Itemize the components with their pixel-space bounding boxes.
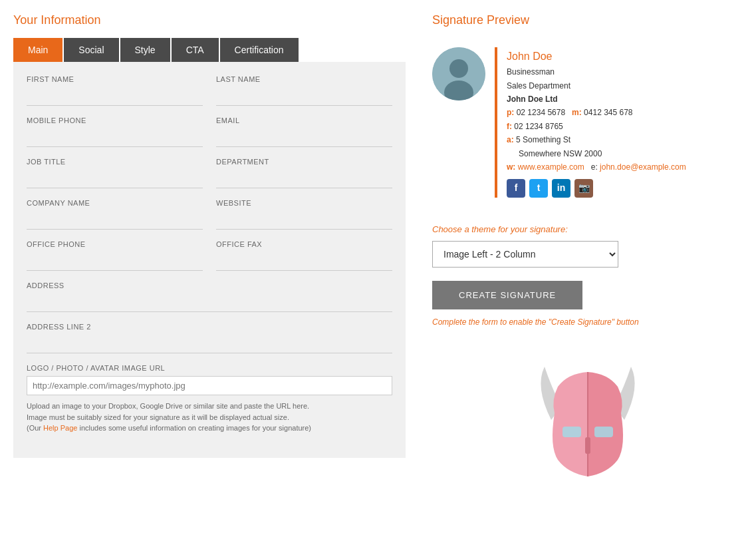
department-label: DEPARTMENT [216, 158, 392, 166]
mobile-phone-input[interactable] [27, 128, 203, 147]
avatar-svg [432, 47, 485, 100]
svg-point-1 [449, 59, 468, 78]
sig-address-line1: a: 5 Something St [507, 133, 686, 146]
sig-address1: 5 Something St [516, 135, 570, 144]
row-job-dept: JOB TITLE DEPARTMENT [27, 158, 392, 188]
sig-mobile: 0412 345 678 [584, 108, 632, 117]
sig-department: Sales Department [507, 79, 686, 92]
email-label: e [591, 162, 596, 172]
row-phone-fax: OFFICE PHONE OFFICE FAX [27, 240, 392, 271]
instagram-icon[interactable]: 📷 [574, 179, 593, 198]
group-first-name: FIRST NAME [27, 75, 203, 106]
last-name-label: LAST NAME [216, 75, 392, 83]
group-last-name: LAST NAME [216, 75, 392, 106]
row-address: ADDRESS [27, 281, 392, 312]
address-label: a: [507, 135, 514, 144]
group-mobile-phone: MOBILE PHONE [27, 116, 203, 147]
tab-style[interactable]: Style [120, 38, 170, 62]
address2-label: ADDRESS LINE 2 [27, 323, 392, 331]
office-fax-label: OFFICE FAX [216, 240, 392, 248]
linkedin-icon[interactable]: in [552, 179, 570, 198]
website-label: w: [507, 162, 515, 172]
svg-rect-5 [594, 427, 613, 437]
signature-preview: John Doe Businessman Sales Department Jo… [432, 41, 743, 204]
twitter-icon[interactable]: t [529, 179, 548, 198]
group-office-phone: OFFICE PHONE [27, 240, 203, 271]
logo-input[interactable] [27, 376, 392, 395]
address2-input[interactable] [27, 335, 392, 353]
first-name-input[interactable] [27, 87, 203, 106]
sig-fax: 02 1234 8765 [514, 122, 563, 131]
mobile-label: m: [572, 108, 582, 117]
row-name: FIRST NAME LAST NAME [27, 75, 392, 106]
row-company-website: COMPANY NAME WEBSITE [27, 199, 392, 230]
sig-company: John Doe Ltd [507, 92, 686, 106]
sig-website[interactable]: www.example.com [518, 162, 584, 172]
sig-phone-line: p: 02 1234 5678 m: 0412 345 678 [507, 106, 686, 119]
website-input[interactable] [216, 211, 392, 230]
theme-select[interactable]: Image Left - 2 Column Image Right - 2 Co… [432, 241, 618, 268]
logo-label: LOGO / PHOTO / AVATAR IMAGE URL [27, 364, 392, 372]
office-phone-label: OFFICE PHONE [27, 240, 203, 248]
sig-web-email-line: w: www.example.com e: john.doe@example.c… [507, 160, 686, 174]
sig-info: John Doe Businessman Sales Department Jo… [507, 47, 686, 198]
sig-email[interactable]: john.doe@example.com [600, 162, 686, 172]
hint-pre: (Our [27, 424, 43, 432]
sig-title: Businessman [507, 65, 686, 79]
theme-label: Choose a theme for your signature: [432, 224, 743, 234]
address-label: ADDRESS [27, 281, 392, 289]
facebook-icon[interactable]: f [507, 179, 525, 198]
tabs-container: Main Social Style CTA Certification [13, 38, 406, 62]
svg-rect-6 [585, 437, 590, 454]
group-address2: ADDRESS LINE 2 [27, 323, 392, 353]
sig-phone: 02 1234 5678 [517, 108, 565, 117]
helmet-svg [515, 347, 661, 493]
job-title-label: JOB TITLE [27, 158, 203, 166]
tab-main[interactable]: Main [13, 38, 63, 62]
social-icons: f t in 📷 [507, 179, 686, 198]
logo-hint: Upload an image to your Dropbox, Google … [27, 401, 392, 434]
form-note: Complete the form to enable the "Create … [432, 317, 743, 327]
hint-post: includes some useful information on crea… [77, 424, 311, 432]
fax-label: f: [507, 122, 512, 131]
sig-name: John Doe [507, 47, 686, 65]
group-office-fax: OFFICE FAX [216, 240, 392, 271]
hint-line1: Upload an image to your Dropbox, Google … [27, 402, 309, 410]
phone-label: p: [507, 108, 514, 117]
email-input[interactable] [216, 128, 392, 147]
mobile-phone-label: MOBILE PHONE [27, 116, 203, 124]
job-title-input[interactable] [27, 170, 203, 188]
row-logo: LOGO / PHOTO / AVATAR IMAGE URL Upload a… [27, 364, 392, 434]
svg-rect-4 [563, 427, 581, 437]
sig-address-line2: Somewhere NSW 2000 [507, 147, 686, 160]
left-section-title: Your Information [13, 13, 406, 27]
left-panel: Your Information Main Social Style CTA C… [13, 13, 406, 542]
sig-fax-line: f: 02 1234 8765 [507, 120, 686, 133]
tab-social[interactable]: Social [64, 38, 118, 62]
group-logo: LOGO / PHOTO / AVATAR IMAGE URL Upload a… [27, 364, 392, 434]
right-panel: Signature Preview John Doe Businessman S… [419, 13, 743, 542]
address-input[interactable] [27, 293, 392, 312]
help-page-link[interactable]: Help Page [43, 424, 77, 432]
office-phone-input[interactable] [27, 252, 203, 271]
company-name-input[interactable] [27, 211, 203, 230]
form-container: FIRST NAME LAST NAME MOBILE PHONE EMAIL [13, 62, 406, 458]
first-name-label: FIRST NAME [27, 75, 203, 83]
row-address2: ADDRESS LINE 2 [27, 323, 392, 353]
group-department: DEPARTMENT [216, 158, 392, 188]
department-input[interactable] [216, 170, 392, 188]
website-label: WEBSITE [216, 199, 392, 207]
group-job-title: JOB TITLE [27, 158, 203, 188]
group-address: ADDRESS [27, 281, 392, 312]
orange-bar [495, 47, 497, 198]
tab-certification[interactable]: Certification [220, 38, 299, 62]
create-signature-button[interactable]: CREATE SIGNATURE [432, 281, 582, 309]
group-company-name: COMPANY NAME [27, 199, 203, 230]
tab-cta[interactable]: CTA [172, 38, 219, 62]
row-phone-email: MOBILE PHONE EMAIL [27, 116, 392, 147]
last-name-input[interactable] [216, 87, 392, 106]
right-section-title: Signature Preview [432, 13, 743, 27]
company-name-label: COMPANY NAME [27, 199, 203, 207]
hint-line2: Image must be suitably sized for your si… [27, 413, 289, 421]
office-fax-input[interactable] [216, 252, 392, 271]
